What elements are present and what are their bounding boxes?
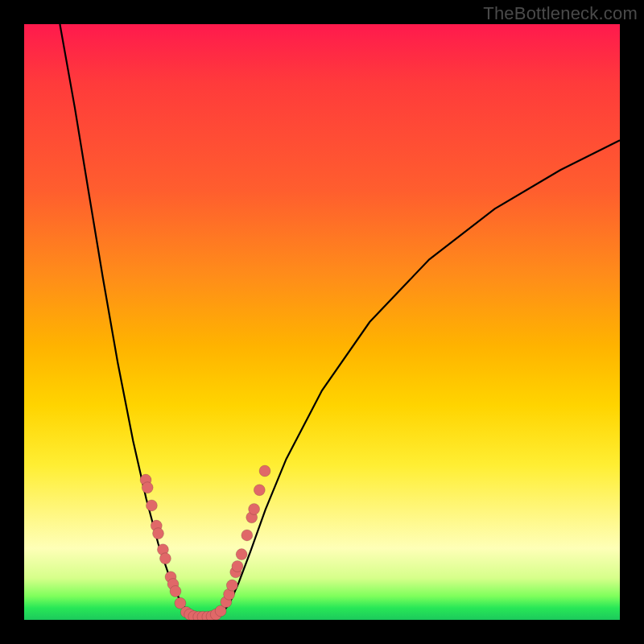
data-point bbox=[142, 482, 153, 493]
bottleneck-curve bbox=[60, 24, 620, 617]
data-point bbox=[242, 530, 253, 541]
data-point bbox=[146, 500, 157, 511]
data-point bbox=[249, 503, 260, 514]
data-point bbox=[226, 580, 237, 591]
data-points bbox=[140, 465, 270, 620]
credit-label: TheBottleneck.com bbox=[483, 3, 638, 24]
data-point bbox=[232, 560, 243, 572]
data-point bbox=[259, 465, 270, 477]
data-point bbox=[170, 586, 181, 597]
data-point bbox=[153, 528, 164, 539]
data-point bbox=[254, 485, 265, 496]
chart-svg bbox=[24, 24, 620, 620]
plot-area bbox=[24, 24, 620, 620]
chart-frame: TheBottleneck.com bbox=[0, 0, 644, 644]
data-point bbox=[236, 549, 247, 560]
data-point bbox=[159, 553, 171, 564]
